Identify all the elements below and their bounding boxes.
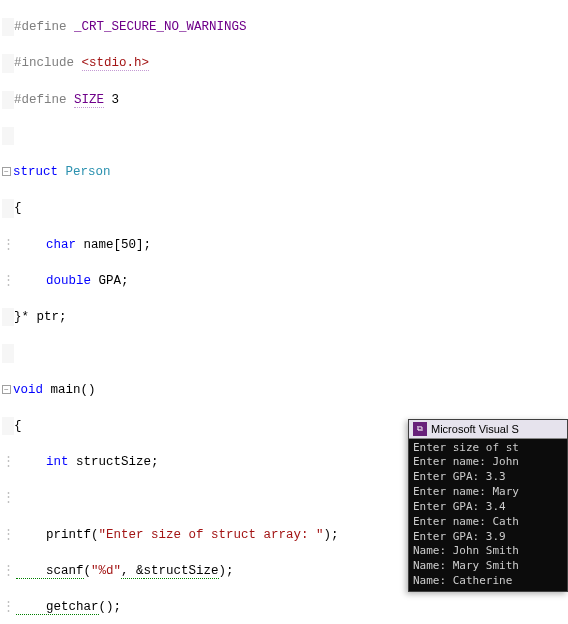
- fold-toggle-icon[interactable]: −: [2, 385, 11, 394]
- code-line: #include <stdio.h>: [2, 54, 568, 72]
- code-line: −struct Person: [2, 163, 568, 181]
- code-line: {: [2, 199, 568, 217]
- console-titlebar[interactable]: ⧉ Microsoft Visual S: [409, 420, 567, 439]
- console-window[interactable]: ⧉ Microsoft Visual S Enter size of st En…: [408, 419, 568, 592]
- code-line: [2, 344, 568, 362]
- code-line: −void main(): [2, 381, 568, 399]
- console-output: Enter size of st Enter name: John Enter …: [409, 439, 567, 591]
- visual-studio-icon: ⧉: [413, 422, 427, 436]
- code-line: #define _CRT_SECURE_NO_WARNINGS: [2, 18, 568, 36]
- code-line: }* ptr;: [2, 308, 568, 326]
- console-title-text: Microsoft Visual S: [431, 423, 519, 435]
- code-line: #define SIZE 3: [2, 91, 568, 109]
- code-line: ⋮ double GPA;: [2, 272, 568, 290]
- fold-toggle-icon[interactable]: −: [2, 167, 11, 176]
- code-line: ⋮ getchar();: [2, 598, 568, 616]
- code-line: [2, 127, 568, 145]
- code-line: ⋮ char name[50];: [2, 236, 568, 254]
